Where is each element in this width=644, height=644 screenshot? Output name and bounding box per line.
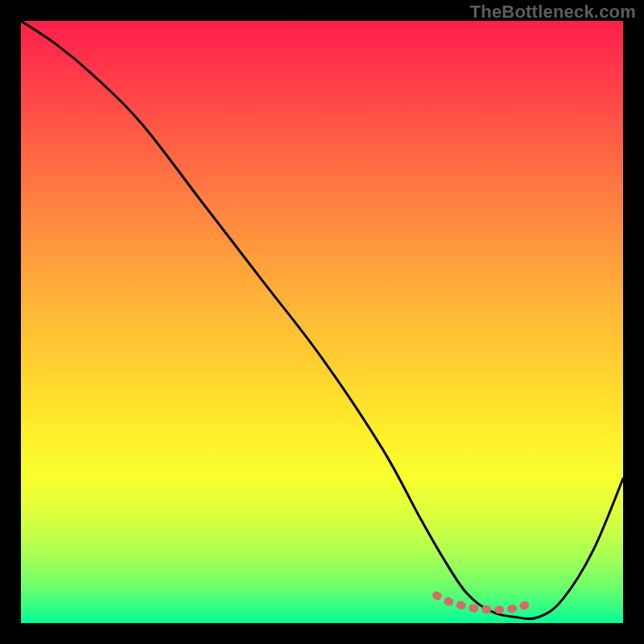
watermark-text: TheBottleneck.com [470, 2, 636, 23]
valley-marker-path [436, 596, 533, 610]
chart-frame: TheBottleneck.com [0, 0, 644, 644]
chart-svg [21, 21, 623, 623]
plot-area [21, 21, 623, 623]
bottleneck-curve-path [21, 21, 623, 619]
